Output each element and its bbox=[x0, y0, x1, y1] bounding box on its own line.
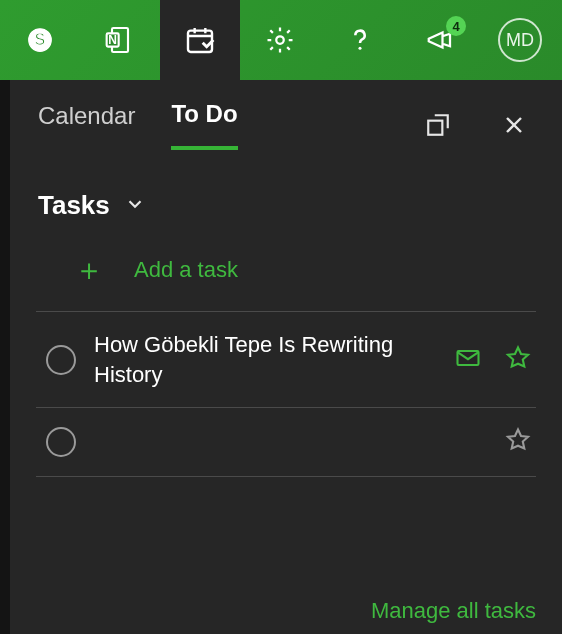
todo-panel: Calendar To Do Tasks ＋ Add a task How Gö… bbox=[10, 80, 562, 634]
manage-all-tasks-link[interactable]: Manage all tasks bbox=[371, 598, 536, 624]
task-actions bbox=[454, 344, 536, 376]
task-title: How Göbekli Tepe Is Rewriting History bbox=[94, 330, 436, 389]
task-row[interactable] bbox=[36, 408, 536, 477]
complete-checkbox[interactable] bbox=[46, 345, 76, 375]
tab-calendar[interactable]: Calendar bbox=[38, 102, 135, 148]
star-icon[interactable] bbox=[504, 344, 532, 376]
section-title: Tasks bbox=[38, 190, 110, 221]
popout-icon[interactable] bbox=[418, 105, 458, 145]
chevron-down-icon bbox=[124, 193, 146, 219]
svg-text:S: S bbox=[35, 30, 46, 48]
profile-avatar[interactable]: MD bbox=[480, 0, 560, 80]
close-icon[interactable] bbox=[494, 105, 534, 145]
tab-todo[interactable]: To Do bbox=[171, 100, 237, 150]
svg-point-7 bbox=[358, 47, 361, 50]
svg-text:N: N bbox=[108, 33, 117, 47]
complete-checkbox[interactable] bbox=[46, 427, 76, 457]
list-selector[interactable]: Tasks bbox=[10, 170, 562, 231]
app-toolbar: S N 4 MD bbox=[0, 0, 562, 80]
mail-icon[interactable] bbox=[454, 344, 482, 376]
settings-icon[interactable] bbox=[240, 0, 320, 80]
left-edge-strip bbox=[0, 80, 10, 634]
panel-header: Calendar To Do bbox=[10, 80, 562, 170]
avatar-initials: MD bbox=[498, 18, 542, 62]
svg-point-6 bbox=[276, 36, 284, 44]
todo-app-icon[interactable] bbox=[160, 0, 240, 80]
plus-icon: ＋ bbox=[74, 255, 104, 285]
onenote-icon[interactable]: N bbox=[80, 0, 160, 80]
help-icon[interactable] bbox=[320, 0, 400, 80]
skype-icon[interactable]: S bbox=[0, 0, 80, 80]
task-actions bbox=[504, 426, 536, 458]
add-task-button[interactable]: ＋ Add a task bbox=[36, 231, 536, 312]
svg-rect-5 bbox=[188, 31, 212, 52]
announcements-icon[interactable]: 4 bbox=[400, 0, 480, 80]
notification-badge: 4 bbox=[446, 16, 466, 36]
add-task-label: Add a task bbox=[134, 257, 238, 283]
star-icon[interactable] bbox=[504, 426, 532, 458]
task-row[interactable]: How Göbekli Tepe Is Rewriting History bbox=[36, 312, 536, 408]
